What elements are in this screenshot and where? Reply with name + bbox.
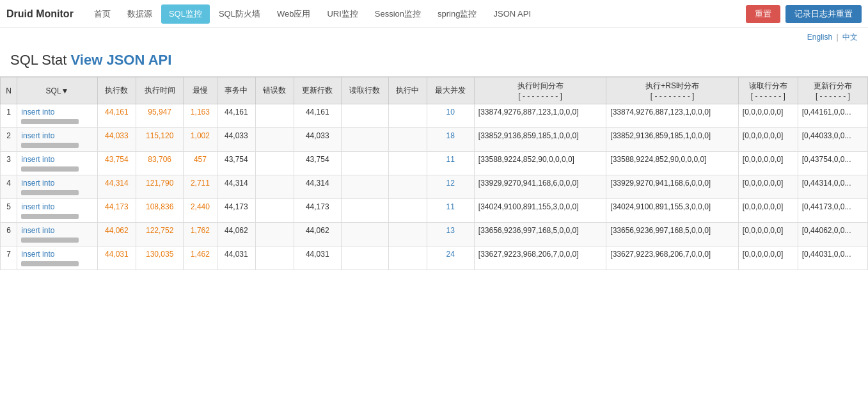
nav-datasource[interactable]: 数据源 [120, 4, 160, 24]
cell-sql: insert into [17, 104, 97, 128]
col-n: N [1, 77, 17, 104]
cell-sql-link[interactable]: insert into [21, 131, 54, 140]
cell-in-tx: 44,173 [217, 199, 255, 223]
cell-max-concurrent: 11 [427, 199, 474, 223]
cell-executing [389, 104, 427, 128]
nav-sql-firewall[interactable]: SQL防火墙 [211, 4, 268, 24]
reset-button[interactable]: 重置 [746, 5, 780, 23]
cell-n: 4 [1, 175, 17, 199]
col-sql: SQL▼ [17, 77, 97, 104]
cell-exec-time: 130,035 [136, 246, 184, 270]
cell-errors [256, 152, 294, 175]
cell-rs-dist: [33929,9270,941,168,6,0,0,0] [606, 175, 739, 199]
page-title-link[interactable]: View JSON API [71, 52, 172, 68]
sql-stat-table-container: N SQL▼ 执行数 执行时间 最慢 事务中 错误数 更新行数 读取行数 执行中… [0, 76, 868, 270]
page-title-text: SQL Stat [10, 52, 67, 68]
cell-executing [389, 246, 427, 270]
col-read-rows: 读取行数 [341, 77, 388, 104]
cell-sql: insert into [17, 128, 97, 152]
nav-sql-monitor[interactable]: SQL监控 [161, 4, 210, 24]
cell-read-rows [341, 246, 388, 270]
cell-slowest: 2,711 [184, 175, 217, 199]
cell-max-concurrent: 12 [427, 175, 474, 199]
nav-session-monitor[interactable]: Session监控 [367, 4, 429, 24]
cell-in-tx: 44,031 [217, 246, 255, 270]
cell-sql-link[interactable]: insert into [21, 179, 54, 188]
cell-executing [389, 128, 427, 152]
cell-time-dist: [33929,9270,941,168,6,0,0,0] [474, 175, 606, 199]
cell-update-rows: 44,033 [294, 128, 341, 152]
table-header-row: N SQL▼ 执行数 执行时间 最慢 事务中 错误数 更新行数 读取行数 执行中… [1, 77, 868, 104]
col-rs-dist: 执行+RS时分布 [ - - - - - - - - ] [606, 77, 739, 104]
lang-english[interactable]: English [807, 33, 832, 42]
cell-exec-count: 44,173 [97, 199, 136, 223]
cell-update-dist: [0,43754,0,0... [798, 152, 867, 175]
lang-chinese[interactable]: 中文 [842, 33, 858, 42]
cell-rs-dist: [33874,9276,887,123,1,0,0,0] [606, 104, 739, 128]
cell-read-dist: [0,0,0,0,0,0] [738, 199, 798, 223]
sql-blurred-bar [21, 119, 79, 124]
nav-uri-monitor[interactable]: URI监控 [319, 4, 365, 24]
cell-exec-time: 95,947 [136, 104, 184, 128]
cell-update-dist: [0,44031,0,0... [798, 246, 867, 270]
cell-time-dist: [33852,9136,859,185,1,0,0,0] [474, 128, 606, 152]
nav-home[interactable]: 首页 [86, 4, 118, 24]
col-time-dist: 执行时间分布 [ - - - - - - - - ] [474, 77, 606, 104]
cell-sql-link[interactable]: insert into [21, 202, 54, 211]
cell-sql-link[interactable]: insert into [21, 108, 54, 117]
cell-n: 5 [1, 199, 17, 223]
table-row: 3insert into43,75483,70645743,75443,7541… [1, 152, 868, 175]
cell-exec-count: 44,062 [97, 223, 136, 246]
cell-rs-dist: [33656,9236,997,168,5,0,0,0] [606, 223, 739, 246]
cell-in-tx: 44,314 [217, 175, 255, 199]
cell-sql-link[interactable]: insert into [21, 226, 54, 235]
brand: Druid Monitor [6, 8, 74, 20]
cell-read-rows [341, 199, 388, 223]
cell-sql: insert into [17, 223, 97, 246]
cell-max-concurrent: 11 [427, 152, 474, 175]
cell-in-tx: 44,033 [217, 128, 255, 152]
cell-slowest: 2,440 [184, 199, 217, 223]
table-row: 6insert into44,062122,7521,76244,06244,0… [1, 223, 868, 246]
col-slowest: 最慢 [184, 77, 217, 104]
sql-stat-table: N SQL▼ 执行数 执行时间 最慢 事务中 错误数 更新行数 读取行数 执行中… [0, 77, 868, 270]
cell-read-rows [341, 128, 388, 152]
table-row: 7insert into44,031130,0351,46244,03144,0… [1, 246, 868, 270]
col-read-dist: 读取行分布 [ - - - - - - ] [738, 77, 798, 104]
nav-json-api[interactable]: JSON API [485, 5, 539, 22]
cell-exec-count: 44,161 [97, 104, 136, 128]
sql-blurred-bar [21, 261, 79, 266]
cell-update-dist: [0,44033,0,0... [798, 128, 867, 152]
nav-web-app[interactable]: Web应用 [269, 4, 319, 24]
cell-update-dist: [0,44062,0,0... [798, 223, 867, 246]
sql-blurred-bar [21, 190, 79, 195]
cell-read-dist: [0,0,0,0,0,0] [738, 223, 798, 246]
nav-spring-monitor[interactable]: spring监控 [430, 4, 484, 24]
cell-rs-dist: [34024,9100,891,155,3,0,0,0] [606, 199, 739, 223]
cell-update-rows: 44,161 [294, 104, 341, 128]
cell-executing [389, 199, 427, 223]
col-in-tx: 事务中 [217, 77, 255, 104]
cell-update-dist: [0,44314,0,0... [798, 175, 867, 199]
col-exec-time: 执行时间 [136, 77, 184, 104]
page-title-area: SQL Stat View JSON API [0, 47, 868, 76]
cell-in-tx: 43,754 [217, 152, 255, 175]
cell-read-dist: [0,0,0,0,0,0] [738, 128, 798, 152]
cell-exec-time: 122,752 [136, 223, 184, 246]
cell-max-concurrent: 13 [427, 223, 474, 246]
cell-read-rows [341, 223, 388, 246]
cell-max-concurrent: 18 [427, 128, 474, 152]
col-exec-count: 执行数 [97, 77, 136, 104]
cell-exec-count: 44,314 [97, 175, 136, 199]
cell-slowest: 1,002 [184, 128, 217, 152]
cell-executing [389, 223, 427, 246]
cell-sql-link[interactable]: insert into [21, 155, 54, 164]
cell-n: 2 [1, 128, 17, 152]
col-errors: 错误数 [256, 77, 294, 104]
cell-read-rows [341, 175, 388, 199]
cell-update-rows: 44,314 [294, 175, 341, 199]
cell-sql-link[interactable]: insert into [21, 250, 54, 259]
log-reset-button[interactable]: 记录日志并重置 [785, 5, 862, 23]
nav-buttons: 重置 记录日志并重置 [746, 5, 862, 23]
cell-sql: insert into [17, 152, 97, 175]
